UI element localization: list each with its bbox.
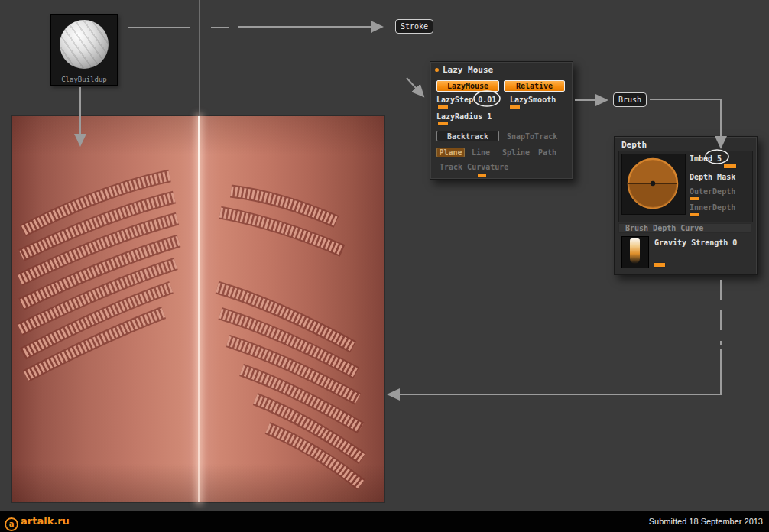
depth-widget[interactable] — [621, 154, 686, 215]
lazyradius-slider-fill[interactable] — [438, 122, 448, 125]
brush-name-label: ClayBuildup — [51, 76, 117, 83]
track-curvature-slider-fill[interactable] — [478, 174, 486, 177]
brush-sphere-image — [60, 20, 109, 69]
panel-bullet-icon — [435, 68, 439, 72]
outerdepth-slider-fill[interactable] — [690, 197, 699, 200]
lazystep-slider-fill[interactable] — [438, 105, 448, 109]
lazyradius-slider[interactable]: LazyRadius 1 — [436, 112, 492, 121]
stroke-button[interactable]: Stroke — [395, 19, 433, 34]
lazy-mouse-title-text: Lazy Mouse — [443, 65, 493, 75]
track-curvature-slider[interactable]: Track Curvature — [440, 163, 508, 171]
gravity-strength-slider[interactable]: Gravity Strength 0 — [654, 238, 737, 247]
imbed-slider-fill[interactable] — [724, 164, 736, 168]
depth-panel-title: Depth — [621, 140, 647, 150]
backtrack-button[interactable]: Backtrack — [436, 131, 499, 141]
right-stroke-group — [217, 191, 362, 485]
lazy-mouse-panel: Lazy Mouse LazyMouse Relative LazyStep 0… — [430, 61, 573, 180]
gravity-glow-graphic — [630, 238, 640, 264]
lazystep-slider[interactable]: LazyStep 0.01 — [436, 96, 496, 104]
lazymouse-toggle-button[interactable]: LazyMouse — [436, 80, 499, 92]
innerdepth-slider[interactable]: InnerDepth — [690, 203, 735, 212]
outerdepth-slider[interactable]: OuterDepth — [690, 187, 735, 196]
innerdepth-slider-fill[interactable] — [690, 213, 699, 216]
plane-button[interactable]: Plane — [436, 148, 465, 157]
lazystep-label: LazyStep — [436, 96, 473, 104]
submitted-date: Submitted 18 September 2013 — [649, 511, 763, 532]
logo-icon: a — [5, 517, 18, 531]
gravity-strength-slider-fill[interactable] — [654, 263, 665, 267]
logo-text: artalk.ru — [21, 515, 70, 527]
lazysmooth-slider[interactable]: LazySmooth — [510, 96, 556, 104]
left-stroke-group — [20, 176, 179, 376]
sculpt-canvas[interactable] — [12, 116, 384, 502]
brush-thumbnail[interactable]: ClayBuildup — [50, 14, 118, 86]
brush-button[interactable]: Brush — [613, 92, 647, 107]
imbed-slider[interactable]: Imbed 5 — [690, 154, 722, 163]
lazystep-value: 0.01 — [478, 96, 496, 104]
page: ClayBuildup Stroke Brush Lazy Mouse Lazy… — [0, 0, 769, 532]
snaptotrack-button[interactable]: SnapToTrack — [507, 132, 557, 141]
relative-toggle-button[interactable]: Relative — [504, 80, 565, 92]
lazysmooth-slider-fill[interactable] — [510, 105, 520, 109]
lazy-mouse-panel-title: Lazy Mouse — [435, 65, 493, 75]
depth-widget-graphic — [622, 154, 683, 212]
clay-strokes-graphic — [12, 116, 384, 502]
arrow-depth-to-canvas — [388, 349, 721, 394]
bottom-bar: aartalk.ru Submitted 18 September 2013 — [0, 511, 769, 532]
site-logo[interactable]: aartalk.ru — [5, 511, 70, 532]
arrow-to-lazy-panel — [407, 78, 423, 96]
brush-depth-curve-bar[interactable]: Brush Depth Curve — [618, 223, 751, 233]
path-button[interactable]: Path — [538, 148, 556, 157]
depth-panel: Depth Imbed 5 Depth Mask OuterDepth Inne… — [614, 136, 758, 275]
depth-settings-group: Imbed 5 Depth Mask OuterDepth InnerDepth — [618, 151, 753, 222]
gravity-thumbnail — [621, 236, 649, 268]
spline-button[interactable]: Spline — [502, 148, 530, 157]
line-button[interactable]: Line — [472, 148, 490, 157]
depth-mask-button[interactable]: Depth Mask — [690, 173, 735, 181]
